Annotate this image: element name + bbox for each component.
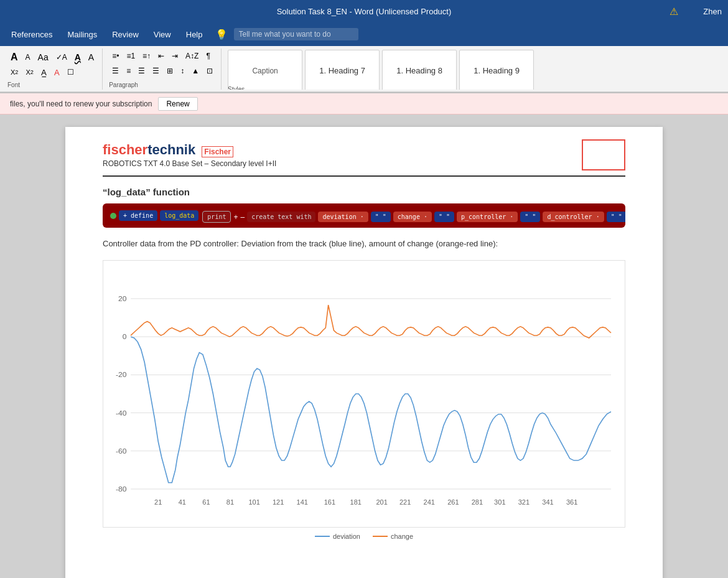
para-row-1: ≡• ≡1 ≡↑ ⇤ ⇥ A↕Z ¶ (109, 50, 213, 62)
svg-text:20: 20 (118, 294, 127, 302)
chip-log-data: log_data (160, 210, 198, 221)
styles-label: Styles (228, 86, 250, 90)
text-highlight[interactable]: A̲ (38, 66, 50, 79)
line-spacing[interactable]: ↕ (177, 65, 187, 77)
chip-deviation: deviation · (318, 212, 368, 222)
logo-box (582, 139, 625, 170)
menu-help[interactable]: Help (180, 27, 209, 42)
multilevel[interactable]: ≡↑ (139, 50, 154, 62)
svg-text:0: 0 (123, 332, 127, 340)
svg-text:141: 141 (297, 498, 308, 506)
borders[interactable]: ⊡ (203, 65, 216, 77)
style-heading9[interactable]: 1. Heading 9 (459, 50, 534, 90)
svg-text:241: 241 (424, 498, 435, 506)
legend-deviation: deviation (315, 533, 360, 540)
logo-fischer: fischer (103, 142, 147, 157)
chip-quote-4: " " (607, 212, 625, 222)
chart-description: Controller data from the PD controller: … (103, 238, 625, 250)
align-right[interactable]: ☰ (135, 65, 148, 77)
font-color-2[interactable]: A (51, 66, 63, 79)
doc-logo: fischertechnik Fischer (103, 142, 276, 158)
sort[interactable]: A↕Z (182, 50, 202, 62)
clear-format[interactable]: ✓A (53, 51, 70, 63)
align-center[interactable]: ≡ (123, 65, 134, 77)
chip-quote-3: " " (520, 212, 540, 222)
legend-deviation-label: deviation (333, 533, 360, 540)
function-title: “log_data” function (103, 187, 625, 197)
menu-references[interactable]: References (5, 27, 58, 42)
title-bar: Solution Task 8_EN - Word (Unlicensed Pr… (0, 0, 728, 22)
svg-text:41: 41 (179, 498, 186, 506)
chip-define: + define (119, 210, 157, 221)
chart-svg: 20 0 -20 -40 -60 -80 21 41 61 81 101 121… (103, 267, 625, 521)
svg-text:-20: -20 (116, 370, 127, 378)
document-area: fischertechnik Fischer ROBOTICS TXT 4.0 … (0, 114, 728, 578)
plus-icon: + (233, 213, 238, 221)
font-size-decrease[interactable]: A (22, 51, 34, 63)
minus-icon: – (240, 213, 245, 221)
highlight[interactable]: ▲ (189, 65, 202, 77)
subscript[interactable]: X2 (7, 67, 21, 78)
chart-legend: deviation change (103, 533, 625, 540)
columns[interactable]: ⊞ (164, 65, 176, 77)
menu-view[interactable]: View (147, 27, 177, 42)
decrease-indent[interactable]: ⇤ (155, 50, 167, 62)
user-name: Zhen (703, 7, 722, 16)
style-heading7[interactable]: 1. Heading 7 (305, 50, 380, 90)
chip-dcontroller: d_controller · (543, 212, 604, 222)
svg-text:221: 221 (399, 498, 411, 506)
para-row-2: ☰ ≡ ☰ ☰ ⊞ ↕ ▲ ⊡ (109, 65, 216, 77)
text-effect[interactable]: A (72, 50, 84, 64)
svg-text:361: 361 (566, 498, 577, 506)
font-row-2: X2 X2 A̲ A ☐ (7, 66, 77, 79)
lightbulb-icon: 💡 (215, 29, 228, 40)
svg-text:161: 161 (324, 498, 335, 506)
numbering[interactable]: ≡1 (123, 50, 138, 62)
chip-print: print (202, 211, 231, 223)
increase-indent[interactable]: ⇥ (169, 50, 181, 62)
style-caption[interactable]: Caption (228, 50, 302, 90)
code-print-row: print + – create text with deviation · "… (202, 211, 625, 223)
svg-text:301: 301 (494, 498, 505, 506)
chip-pcontroller: p_controller · (457, 212, 518, 222)
chip-change: change · (393, 212, 432, 222)
svg-text:21: 21 (154, 498, 162, 506)
font-size-increase[interactable]: A (7, 50, 21, 65)
notification-message: files, you'll need to renew your subscri… (10, 100, 152, 108)
svg-text:81: 81 (226, 498, 234, 506)
svg-text:-80: -80 (116, 485, 127, 492)
svg-text:101: 101 (248, 498, 259, 506)
font-label: Font (7, 82, 20, 88)
font-row-1: A A Aa ✓A A A (7, 50, 97, 65)
code-block-inner: + define log_data (110, 210, 198, 221)
font-color[interactable]: A (85, 50, 97, 64)
legend-change-label: change (391, 533, 413, 540)
legend-blue-line (315, 536, 330, 537)
warning-icon: ⚠ (670, 6, 678, 17)
font-case[interactable]: Aa (35, 50, 52, 64)
chip-create-text: create text with (247, 212, 315, 222)
svg-text:181: 181 (350, 498, 362, 506)
svg-text:61: 61 (202, 498, 210, 506)
styles-section: Caption 1. Heading 7 1. Heading 8 1. Hea… (223, 49, 726, 90)
svg-text:341: 341 (542, 498, 553, 506)
logo-technik: technik (147, 142, 195, 157)
bullets[interactable]: ≡• (109, 50, 122, 62)
svg-text:-40: -40 (116, 409, 127, 416)
superscript[interactable]: X2 (22, 67, 36, 78)
align-left[interactable]: ☰ (109, 65, 122, 77)
shading[interactable]: ☐ (64, 66, 77, 78)
svg-text:281: 281 (472, 498, 483, 506)
code-block: + define log_data print + – create text … (103, 203, 625, 228)
show-formatting[interactable]: ¶ (203, 50, 213, 62)
tell-me-input[interactable] (234, 28, 358, 40)
renew-button[interactable]: Renew (158, 97, 197, 111)
chip-quote-1: " " (371, 212, 391, 222)
paragraph-section: ≡• ≡1 ≡↑ ⇤ ⇥ A↕Z ¶ ☰ ≡ ☰ ☰ ⊞ ↕ ▲ ⊡ Parag… (104, 49, 222, 90)
doc-header-left: fischertechnik Fischer ROBOTICS TXT 4.0 … (103, 142, 276, 168)
justify[interactable]: ☰ (149, 65, 162, 77)
menu-review[interactable]: Review (106, 27, 145, 42)
style-heading8[interactable]: 1. Heading 8 (382, 50, 457, 90)
font-section: A A Aa ✓A A A X2 X2 A̲ A ☐ Font (2, 49, 103, 90)
menu-mailings[interactable]: Mailings (61, 27, 103, 42)
